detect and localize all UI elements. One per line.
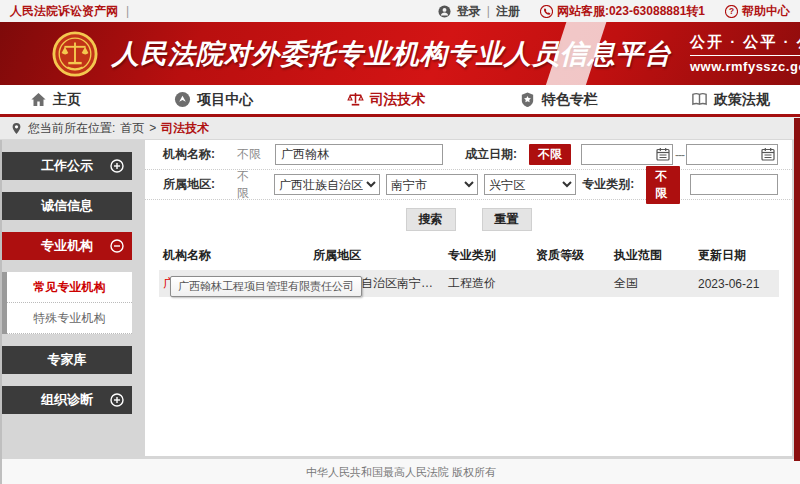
- plus-circle-icon: [110, 159, 124, 173]
- sidebar: 工作公示 诚信信息 专业机构 常见专业机构 特殊专业机构 专家库 组织诊断: [2, 152, 132, 426]
- org-name-input[interactable]: [275, 144, 443, 165]
- region-label: 所属地区:: [163, 176, 215, 193]
- book-icon: [691, 91, 708, 108]
- col-header-org-name: 机构名称: [159, 241, 309, 270]
- org-grade-cell: [532, 270, 610, 297]
- top-utility-bar: 人民法院诉讼资产网 | 登录 | 注册 网站客服:023-63088881转1 …: [0, 0, 800, 22]
- sidebar-item-work-publicity[interactable]: 工作公示: [2, 152, 132, 180]
- sidebar-subitem-label: 常见专业机构: [34, 279, 106, 296]
- nav-item-policies[interactable]: 政策法规: [691, 91, 770, 109]
- org-name-any-option[interactable]: 不限: [237, 146, 261, 163]
- separator: |: [487, 4, 490, 18]
- sidebar-subitem-common-orgs[interactable]: 常见专业机构: [7, 272, 132, 303]
- svg-text:?: ?: [729, 6, 734, 16]
- nav-item-judicial-tech[interactable]: 司法技术: [347, 91, 426, 109]
- sidebar-item-label: 组织诊断: [41, 391, 93, 409]
- page-footer: 中华人民共和国最高人民法院 版权所有: [0, 459, 800, 484]
- nav-item-home[interactable]: 主页: [30, 91, 81, 109]
- breadcrumb-separator: >: [149, 121, 156, 135]
- calendar-icon[interactable]: [656, 147, 670, 161]
- minus-circle-icon: [110, 239, 124, 253]
- main-nav: 主页 项目中心 司法技术 特色专栏 政策法规: [0, 85, 800, 117]
- col-header-region: 所属地区: [309, 241, 444, 270]
- region-any-option[interactable]: 不限: [237, 168, 260, 202]
- breadcrumb: 您当前所在位置: 首页 > 司法技术: [0, 117, 800, 140]
- sidebar-item-label: 工作公示: [41, 157, 93, 175]
- main-panel: 机构名称: 不限 成立日期: 不限 --- 所属地区: 不限: [145, 140, 792, 456]
- help-center-link[interactable]: 帮助中心: [742, 3, 790, 20]
- badge-icon: [519, 91, 536, 108]
- nav-label: 政策法规: [714, 91, 770, 109]
- nav-label: 特色专栏: [542, 91, 598, 109]
- region-district-select[interactable]: 兴宁区: [484, 174, 576, 195]
- col-header-grade: 资质等级: [532, 241, 610, 270]
- col-header-updated: 更新日期: [694, 241, 779, 270]
- breadcrumb-current: 司法技术: [161, 120, 209, 137]
- content-area: 工作公示 诚信信息 专业机构 常见专业机构 特殊专业机构 专家库 组织诊断: [0, 140, 800, 459]
- reset-button[interactable]: 重置: [482, 208, 532, 231]
- nav-label: 项目中心: [197, 91, 253, 109]
- org-updated-cell: 2023-06-21: [694, 270, 779, 297]
- user-icon: [438, 5, 451, 18]
- founded-date-label: 成立日期:: [465, 146, 517, 163]
- site-name-link[interactable]: 人民法院诉讼资产网: [10, 3, 118, 20]
- phone-icon: [540, 5, 553, 18]
- site-banner: 人民法院对外委托专业机构专业人员信息平台 公开 · 公平 · 公正 www.rm…: [0, 22, 800, 85]
- nav-item-featured-column[interactable]: 特色专栏: [519, 91, 598, 109]
- region-province-select[interactable]: 广西壮族自治区: [274, 174, 380, 195]
- founded-any-button[interactable]: 不限: [529, 144, 571, 165]
- region-city-select[interactable]: 南宁市: [386, 174, 478, 195]
- filter-row-region: 所属地区: 不限 广西壮族自治区 南宁市 兴宁区 专业类别: 不限: [145, 170, 792, 200]
- sidebar-subitem-label: 特殊专业机构: [34, 310, 106, 327]
- scales-icon: [347, 91, 364, 108]
- sidebar-item-org-diagnosis[interactable]: 组织诊断: [2, 386, 132, 414]
- category-input[interactable]: [690, 174, 778, 195]
- col-header-scope: 执业范围: [610, 241, 694, 270]
- home-icon: [30, 91, 47, 108]
- sidebar-item-label: 专家库: [48, 351, 87, 369]
- date-range-separator: ---: [675, 148, 684, 162]
- sidebar-item-integrity-info[interactable]: 诚信信息: [2, 192, 132, 220]
- org-name-label: 机构名称:: [163, 146, 215, 163]
- category-label: 专业类别:: [582, 176, 634, 193]
- breadcrumb-home[interactable]: 首页: [120, 120, 144, 137]
- banner-url: www.rmfysszc.gov.cn: [690, 59, 800, 74]
- sidebar-item-label: 诚信信息: [41, 197, 93, 215]
- sidebar-subitem-special-orgs[interactable]: 特殊专业机构: [7, 303, 132, 334]
- copyright-text: 中华人民共和国最高人民法院 版权所有: [306, 465, 496, 480]
- login-link[interactable]: 登录: [457, 3, 481, 20]
- hotline-text: 网站客服:023-63088881转1: [557, 3, 705, 20]
- plus-circle-icon: [110, 393, 124, 407]
- banner-slogan: 公开 · 公平 · 公正: [690, 33, 800, 56]
- search-button[interactable]: 搜索: [406, 208, 456, 231]
- org-name-tooltip: 广西翰林工程项目管理有限责任公司: [170, 276, 362, 297]
- action-button-row: 搜索 重置: [145, 200, 792, 237]
- calendar-icon[interactable]: [761, 147, 775, 161]
- register-link[interactable]: 注册: [496, 3, 520, 20]
- location-pin-icon: [10, 122, 23, 135]
- separator: |: [126, 4, 129, 18]
- nav-label: 主页: [53, 91, 81, 109]
- court-emblem-icon: [52, 31, 98, 77]
- breadcrumb-prefix: 您当前所在位置:: [28, 120, 115, 137]
- sidebar-item-label: 专业机构: [41, 237, 93, 255]
- org-scope-cell: 全国: [610, 270, 694, 297]
- category-any-button[interactable]: 不限: [646, 166, 680, 204]
- sidebar-item-professional-orgs[interactable]: 专业机构: [2, 232, 132, 260]
- platform-title: 人民法院对外委托专业机构专业人员信息平台: [112, 36, 672, 72]
- col-header-category: 专业类别: [444, 241, 532, 270]
- scrollbar[interactable]: [794, 118, 800, 461]
- project-icon: [174, 91, 191, 108]
- table-header-row: 机构名称 所属地区 专业类别 资质等级 执业范围 更新日期: [159, 241, 779, 270]
- sidebar-submenu: 常见专业机构 特殊专业机构: [2, 272, 132, 334]
- sidebar-item-expert-library[interactable]: 专家库: [2, 346, 132, 374]
- nav-item-project-center[interactable]: 项目中心: [174, 91, 253, 109]
- help-icon: ?: [725, 5, 738, 18]
- org-category-cell: 工程造价: [444, 270, 532, 297]
- nav-label: 司法技术: [370, 91, 426, 109]
